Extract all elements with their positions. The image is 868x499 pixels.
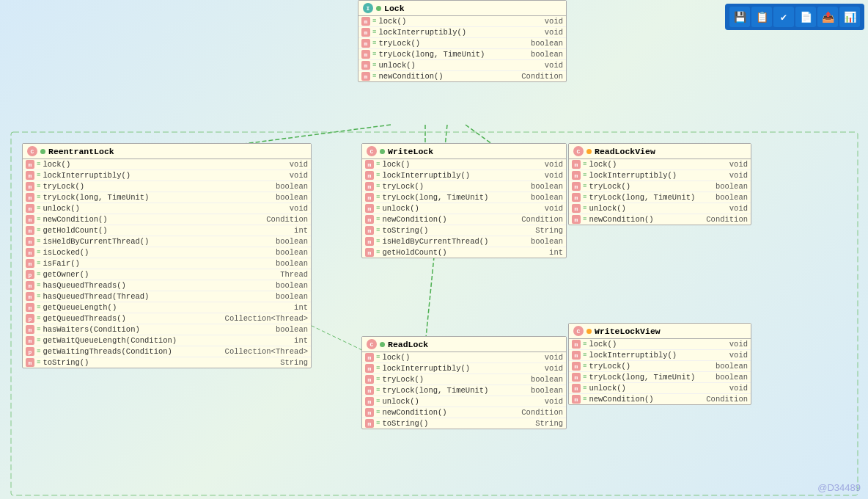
lock-method-trylock: m ≡ tryLock() boolean [358,38,566,49]
wl-lock: m≡lock()void [362,159,566,170]
rl-tostring: m≡toString()String [23,357,311,368]
writelockview-dot [586,329,592,334]
wlv-lockinterruptibly: m≡lockInterruptibly()void [569,350,751,361]
rlv-trylock: m≡tryLock()boolean [569,181,751,192]
lock-method-unlock: m ≡ unlock() void [358,60,566,71]
class-badge-c: C [27,146,37,156]
rdl-lock: m≡lock()void [362,352,566,363]
rlv-lock: m≡lock()void [569,159,751,170]
wl-newcondition: m≡newCondition()Condition [362,214,566,225]
class-badge-c4: C [367,339,377,349]
wlv-unlock: m≡unlock()void [569,383,751,394]
writelock-header: C WriteLock [362,144,566,159]
rl-trylock: m≡tryLock()boolean [23,181,311,192]
readlock-header: C ReadLock [362,337,566,352]
wlv-lock: m≡lock()void [569,339,751,350]
m-badge: m [361,61,370,70]
writelockview-title: WriteLockView [595,327,661,336]
wl-trylock: m≡tryLock()boolean [362,181,566,192]
rl-isfair: m≡isFair()boolean [23,258,311,269]
rdl-newcondition: m≡newCondition()Condition [362,407,566,418]
m-badge: m [361,39,370,48]
wlv-trylock-params: m≡tryLock(long, TimeUnit)boolean [569,372,751,383]
rl-newcondition: m≡newCondition()Condition [23,214,311,225]
readlock-box: C ReadLock m≡lock()void m≡lockInterrupti… [361,336,567,429]
m-badge: m [361,17,370,26]
writelock-dot [380,149,385,154]
wl-tostring: m≡toString()String [362,225,566,236]
lock-method-lock: m ≡ lock() void [358,16,566,27]
m-badge: m [361,28,370,37]
wl-lockinterruptibly: m≡lockInterruptibly()void [362,170,566,181]
readlockview-dot [586,149,592,154]
rdl-tostring: m≡toString()String [362,418,566,429]
wl-isheldbycurrent: m≡isHeldByCurrentThread()boolean [362,236,566,247]
wlv-trylock: m≡tryLock()boolean [569,361,751,372]
wlv-newcondition: m≡newCondition()Condition [569,394,751,404]
rl-getwaitingthreads: p≡getWaitingThreads(Condition)Collection… [23,346,311,357]
lock-interface-dot [376,6,381,11]
toolbar-save[interactable]: 💾 [729,7,750,27]
lock-interface-header: I Lock [358,1,566,16]
rl-hasqueuedthread: m≡hasQueuedThread(Thread)boolean [23,291,311,302]
readlockview-header: C ReadLockView [569,144,751,159]
rl-getowner: p≡getOwner()Thread [23,269,311,280]
rl-lockinterruptibly: m≡lockInterruptibly()void [23,170,311,181]
rdl-lockinterruptibly: m≡lockInterruptibly()void [362,363,566,374]
readlockview-title: ReadLockView [595,147,655,156]
readlock-dot [380,342,385,347]
rl-getwaitqueuelength: m≡getWaitQueueLength(Condition)int [23,335,311,346]
reentrantlock-box: C ReentrantLock m≡lock()void m≡lockInter… [22,143,312,368]
toolbar-chart[interactable]: 📊 [839,7,860,27]
toolbar-doc[interactable]: 📄 [795,7,816,27]
rdl-trylock-params: m≡tryLock(long, TimeUnit)boolean [362,385,566,396]
reentrantlock-header: C ReentrantLock [23,144,311,159]
toolbar[interactable]: 💾 📋 ✔ 📄 📤 📊 [725,4,864,30]
rl-getqueuelength: m≡getQueueLength()int [23,302,311,313]
rlv-newcondition: m≡newCondition()Condition [569,214,751,225]
class-badge-c2: C [367,146,377,156]
rl-islocked: m≡isLocked()boolean [23,247,311,258]
wl-unlock: m≡unlock()void [362,203,566,214]
rl-haswaiters: m≡hasWaiters(Condition)boolean [23,324,311,335]
rlv-lockinterruptibly: m≡lockInterruptibly()void [569,170,751,181]
lock-interface-title: Lock [384,4,405,13]
rdl-unlock: m≡unlock()void [362,396,566,407]
writelock-title: WriteLock [388,147,433,156]
rl-unlock: m≡unlock()void [23,203,311,214]
rlv-unlock: m≡unlock()void [569,203,751,214]
reentrantlock-dot [40,149,45,154]
m-badge: m [361,50,370,59]
rl-getholdcount: m≡getHoldCount()int [23,225,311,236]
interface-badge-i: I [363,3,373,13]
wl-trylock-params: m≡tryLock(long, TimeUnit)boolean [362,192,566,203]
lock-method-lockinterruptibly: m ≡ lockInterruptibly() void [358,27,566,38]
rlv-trylock-params: m≡tryLock(long, TimeUnit)boolean [569,192,751,203]
writelockview-box: C WriteLockView m≡lock()void m≡lockInter… [568,323,751,405]
writelock-box: C WriteLock m≡lock()void m≡lockInterrupt… [361,143,567,258]
rl-hasqueuedthreads: m≡hasQueuedThreads()boolean [23,280,311,291]
class-badge-c3: C [573,146,584,156]
rl-trylock-params: m≡tryLock(long, TimeUnit)boolean [23,192,311,203]
lock-interface-box: I Lock m ≡ lock() void m ≡ lockInterrupt… [358,0,567,82]
m-badge: m [361,72,370,81]
toolbar-copy[interactable]: 📋 [751,7,772,27]
readlockview-box: C ReadLockView m≡lock()void m≡lockInterr… [568,143,751,225]
lock-method-newcondition: m ≡ newCondition() Condition [358,71,566,81]
lock-method-trylock-params: m ≡ tryLock(long, TimeUnit) boolean [358,49,566,60]
diagram-container: 💾 📋 ✔ 📄 📤 📊 I Lock m ≡ lock() void m ≡ l… [0,0,868,499]
toolbar-check[interactable]: ✔ [773,7,794,27]
class-badge-c5: C [573,326,584,336]
rl-getqueuedthreads: p≡getQueuedThreads()Collection<Thread> [23,313,311,324]
readlock-title: ReadLock [388,340,428,349]
toolbar-export[interactable]: 📤 [817,7,838,27]
reentrantlock-title: ReentrantLock [48,147,114,156]
rl-lock: m≡lock()void [23,159,311,170]
wl-getholdcount: m≡getHoldCount()int [362,247,566,258]
rdl-trylock: m≡tryLock()boolean [362,374,566,385]
watermark: @D34489 [817,482,861,493]
writelockview-header: C WriteLockView [569,324,751,339]
rl-isheldbycurrentthread: m≡isHeldByCurrentThread()boolean [23,236,311,247]
